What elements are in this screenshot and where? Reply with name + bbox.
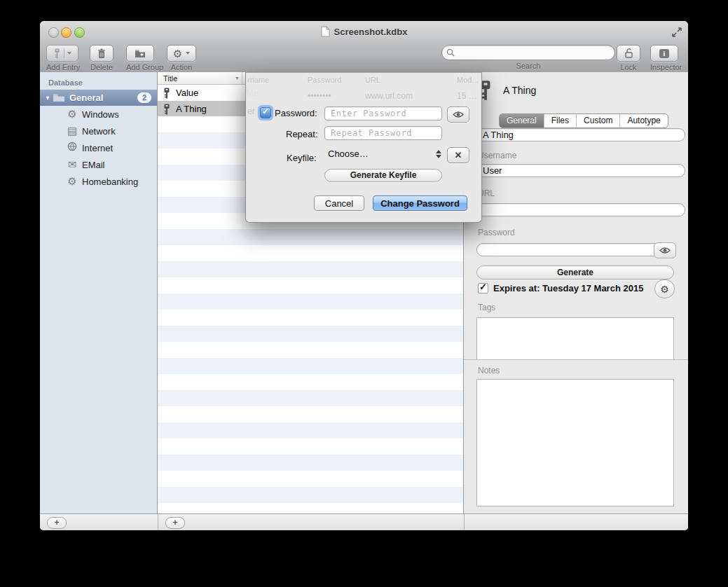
sidebar-item-label: General <box>69 92 103 103</box>
tab-autotype[interactable]: Autotype <box>619 114 667 127</box>
clear-keyfile-button[interactable]: ✕ <box>447 147 469 163</box>
change-password-dialog: rname Password URL Mod... •••••••• www.u… <box>245 72 482 223</box>
entry-title: A Thing <box>172 104 246 114</box>
add-group-footer-button[interactable]: + <box>47 517 67 529</box>
password-field[interactable] <box>476 243 661 256</box>
sidebar-item-internet[interactable]: Internet <box>40 139 157 156</box>
search-input[interactable] <box>441 45 615 60</box>
sidebar-item-label: Internet <box>82 143 113 153</box>
change-password-button[interactable]: Change Password <box>373 195 467 211</box>
expires-row: Expires at: Tuesday 17 March 2015 <box>478 283 643 294</box>
password-input[interactable] <box>324 106 442 120</box>
inspector-entry-title: A Thing <box>503 85 536 96</box>
toolbar: Add Entry Delete Add Group ⚙ Action <box>40 42 688 73</box>
inspector-tabs: General Files Custom Autotype <box>499 113 668 128</box>
ghost-header-url: URL <box>365 76 380 84</box>
key-icon <box>162 104 172 115</box>
chevron-down-icon <box>67 52 71 55</box>
add-entry-footer-button[interactable]: + <box>165 517 185 529</box>
sidebar-section-header: Database <box>40 72 157 90</box>
info-icon: i <box>659 49 669 58</box>
key-icon <box>162 88 172 99</box>
sidebar-item-label: Windows <box>82 109 119 120</box>
ghost-password-dots: •••••••• <box>308 91 331 101</box>
repeat-input[interactable] <box>324 126 442 140</box>
password-checkbox[interactable] <box>260 107 271 118</box>
inspector-panel: A Thing General Files Custom Autotype A … <box>464 72 688 513</box>
disclosure-triangle-icon[interactable]: ▼ <box>43 95 53 102</box>
gear-icon: ⚙ <box>660 284 669 295</box>
expires-checkbox[interactable] <box>478 283 488 294</box>
app-window: Screenshot.kdbx Add Entry Delete <box>40 21 688 530</box>
entry-title: Value <box>172 88 246 98</box>
sidebar-item-email[interactable]: ✉ EMail <box>40 156 157 173</box>
stepper-icon <box>436 150 441 158</box>
sidebar-item-homebanking[interactable]: ⚙ Homebanking <box>40 173 157 190</box>
sidebar-item-general[interactable]: ▼ General 2 <box>40 90 157 106</box>
fullscreen-icon[interactable] <box>671 27 682 38</box>
username-field[interactable]: User <box>476 164 685 177</box>
keyfile-label: Keyfile: <box>287 153 317 163</box>
cancel-button[interactable]: Cancel <box>314 195 364 211</box>
server-icon: ▤ <box>65 123 79 139</box>
pane-divider[interactable] <box>464 359 688 360</box>
tab-general[interactable]: General <box>500 114 544 127</box>
sidebar-item-network[interactable]: ▤ Network <box>40 123 157 139</box>
ghost-modified: 15 … <box>457 91 477 101</box>
titlebar: Screenshot.kdbx <box>40 21 688 42</box>
divider <box>464 514 465 530</box>
trash-icon <box>97 48 106 59</box>
tags-field[interactable] <box>476 317 674 359</box>
ghost-header-modified: Mod... <box>457 76 479 84</box>
sidebar: Database ▼ General 2 ⚙ Windows ▤ Network <box>40 72 158 513</box>
bottom-bar: + + <box>40 513 688 530</box>
document-icon <box>321 26 330 37</box>
expires-options-button[interactable]: ⚙ <box>654 279 675 298</box>
sidebar-item-label: Homebanking <box>82 177 138 187</box>
ghost-header-password: Password <box>308 76 341 84</box>
keyfile-popup[interactable]: Choose… <box>328 149 441 159</box>
title-field[interactable]: A Thing <box>476 128 685 141</box>
show-password-button[interactable] <box>447 106 469 123</box>
gear-icon: ⚙ <box>65 173 79 190</box>
eye-icon <box>453 111 464 118</box>
sort-descending-icon: ▼ <box>235 76 240 81</box>
expires-label: Expires at: Tuesday 17 March 2015 <box>493 283 643 294</box>
ghost-header-username: rname <box>247 76 269 84</box>
gear-icon: ⚙ <box>173 48 182 59</box>
search-group: Search <box>441 45 615 70</box>
ghost-url: www.url.com <box>365 91 413 101</box>
inspector-header: A Thing <box>478 79 536 102</box>
globe-icon <box>65 139 79 156</box>
tab-files[interactable]: Files <box>544 114 576 127</box>
add-entry-button[interactable]: Add Entry <box>46 45 80 71</box>
folder-icon <box>53 93 65 102</box>
count-badge: 2 <box>137 92 151 103</box>
show-password-button[interactable] <box>654 242 676 258</box>
password-label: Password: <box>275 108 317 118</box>
delete-button[interactable]: Delete <box>90 45 114 71</box>
window-title-group: Screenshot.kdbx <box>40 21 688 42</box>
screen: Screenshot.kdbx Add Entry Delete <box>0 0 728 587</box>
sidebar-item-windows[interactable]: ⚙ Windows <box>40 106 157 123</box>
tab-custom[interactable]: Custom <box>576 114 619 127</box>
password-label: Password <box>478 228 515 237</box>
add-group-button[interactable]: Add Group <box>126 45 163 71</box>
chevron-down-icon <box>186 52 190 55</box>
divider <box>158 514 158 530</box>
gear-icon: ⚙ <box>65 106 79 123</box>
window-title: Screenshot.kdbx <box>334 27 408 37</box>
notes-field[interactable] <box>476 379 674 506</box>
lock-button[interactable]: Lock <box>617 45 640 71</box>
generate-button[interactable]: Generate <box>476 265 674 279</box>
generate-keyfile-button[interactable]: Generate Keyfile <box>324 169 442 182</box>
search-icon <box>446 48 455 57</box>
tags-label: Tags <box>478 303 495 312</box>
inspector-button[interactable]: i Inspector <box>650 45 682 71</box>
sidebar-item-label: EMail <box>82 160 105 170</box>
url-field[interactable] <box>476 203 685 216</box>
eye-icon <box>659 247 671 254</box>
column-header-title[interactable]: Title ▼ <box>158 74 242 83</box>
key-icon <box>53 48 61 59</box>
action-button[interactable]: ⚙ Action <box>167 45 196 71</box>
